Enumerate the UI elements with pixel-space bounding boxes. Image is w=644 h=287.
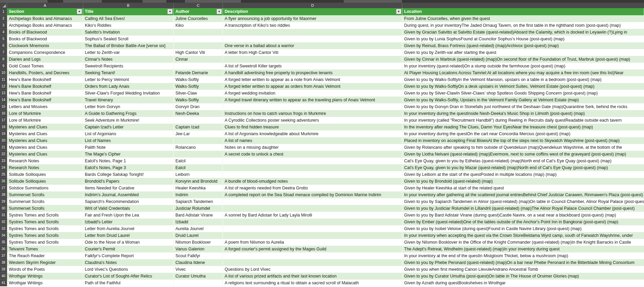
cell-description[interactable]: A list of Sweetroll Killer targets [223,63,402,69]
cell-section[interactable]: Letters and Missives [7,103,83,110]
cell-author[interactable]: Walks-Softly [174,76,223,83]
row-number[interactable]: 30 [0,205,7,212]
row-number[interactable]: 16 [0,110,7,117]
row-number[interactable]: 28 [0,191,7,198]
cell-location[interactable]: Given by Nilsmon Booklover in the Office… [402,239,644,246]
cell-author[interactable]: Healer Keeshka [174,185,223,191]
cell-author[interactable]: Jee-Lar [174,130,223,137]
cell-location[interactable]: At Player Housing Locations Across Tamri… [402,69,644,76]
row-number[interactable]: 32 [0,219,7,225]
cell-description[interactable] [223,259,402,266]
cell-author[interactable]: Kiko [174,22,223,29]
cell-title[interactable]: Sweetroll Recipients [83,63,174,69]
cell-section[interactable]: Telvanni Tomes [7,246,83,252]
cell-description[interactable]: A list of Argonians knowledgeable about … [223,130,402,137]
cell-description[interactable]: A list of names [223,137,402,144]
cell-location[interactable]: Given by Llotha Nelvani (quest-related) … [402,151,644,158]
cell-description[interactable]: A forged letter written to appear as a n… [223,76,402,83]
cell-author[interactable]: Ealcil [174,158,223,164]
row-number[interactable]: 4 [0,29,7,36]
column-header-title[interactable]: Title [83,8,174,15]
row-number[interactable]: 2 [0,15,7,22]
cell-description[interactable] [223,158,402,164]
cell-description[interactable]: A letter from High Cantor Viti [223,49,402,56]
column-header-author[interactable]: Author [174,8,223,15]
cell-title[interactable]: Palith Note [83,144,174,151]
row-number[interactable]: 6 [0,42,7,49]
cell-title[interactable]: Path of the Faithful [83,280,174,286]
row-number[interactable]: 12 [0,83,7,90]
cell-author[interactable]: Indirim [174,191,223,198]
column-header-location[interactable]: Location [402,8,644,15]
cell-description[interactable]: A poem from Nilsmon to Aurelia [223,239,402,246]
cell-description[interactable]: A sonnet by Bard Adistair for Lady Layla… [223,212,402,219]
cell-title[interactable]: Ode to the Nose of a Woman [83,239,174,246]
column-header-section[interactable]: Section [7,8,83,15]
cell-author[interactable] [174,42,223,49]
row-number[interactable]: 27 [0,185,7,191]
cell-title[interactable]: Fair and Fresh Upon the Lea [83,212,174,219]
row-number[interactable]: 34 [0,232,7,239]
cell-location[interactable]: In your inventory during the questOn the… [402,130,644,137]
filter-button-description[interactable] [396,9,401,14]
row-number[interactable]: 3 [0,22,7,29]
row-number[interactable]: 24 [0,164,7,171]
cell-section[interactable]: Mysteries and Clues [7,137,83,144]
cell-title[interactable]: List of Argonians [83,130,174,137]
cell-title[interactable]: Seek Adventure in Murkmire! [83,117,174,124]
row-number[interactable]: 31 [0,212,7,219]
cell-description[interactable]: Instructions on how to catch various fro… [223,110,402,117]
cell-description[interactable] [223,225,402,232]
cell-title[interactable]: Letter from Druid Laurel [83,232,174,239]
row-number[interactable]: 23 [0,158,7,164]
cell-author[interactable]: Cinnar [174,56,223,63]
cell-description[interactable] [223,205,402,212]
cell-location[interactable]: In your inventory after gathering all th… [402,191,644,198]
cell-section[interactable]: Lore of Murkmire [7,110,83,117]
cell-location[interactable]: Given to you by Walks-Softly, Upstairs i… [402,97,644,103]
cell-title[interactable]: Ealcil's Notes, Page 1 [83,158,174,164]
cell-author[interactable]: Nesh-Deeka [174,110,223,117]
row-number[interactable]: 13 [0,90,7,97]
cell-title[interactable]: Izbadd's Letter [83,219,174,225]
cell-location[interactable]: Given by Leiborn at the start of the que… [402,171,644,178]
cell-author[interactable]: Korvynn and Brondold [174,178,223,185]
cell-title[interactable]: Items Needed for Curative [83,185,174,191]
cell-description[interactable] [223,252,402,259]
cell-location[interactable]: The Adept's Retreat, Windhelm (quest-rel… [402,246,644,252]
cell-section[interactable]: Systres Tomes and Scrolls [7,219,83,225]
cell-title[interactable]: Indirim's Journal, Assembled [83,191,174,198]
cell-section[interactable]: Systres Tomes and Scrolls [7,225,83,232]
cell-description[interactable] [223,232,402,239]
row-number[interactable]: 38 [0,259,7,266]
cell-section[interactable]: Research Notes [7,158,83,164]
cell-section[interactable]: Gold Coast Tomes [7,63,83,69]
cell-author[interactable]: Walks-Softly [174,97,223,103]
cell-author[interactable]: Claudina Ildene [174,259,223,266]
cell-author[interactable]: Druid Laurel [174,232,223,239]
cell-location[interactable]: Given to you by Silver-ClawIn Silver-Cla… [402,90,644,97]
row-number[interactable]: 9 [0,63,7,69]
row-number[interactable]: 17 [0,117,7,124]
column-letter-b[interactable]: B [83,3,174,8]
cell-title[interactable]: Letter from Gorvyn [83,103,174,110]
cell-description[interactable] [223,56,402,63]
cell-title[interactable]: Orders from Lady Anais [83,83,174,90]
cell-location[interactable]: Given to you by Sapiarch Tandemen in Ali… [402,198,644,205]
cell-author[interactable]: Leiborn [174,171,223,178]
filter-button-author[interactable] [216,9,222,14]
cell-title[interactable]: Ealcil's Notes, Page 3 [83,164,174,171]
cell-section[interactable]: Wrothgar Writings [7,280,83,286]
cell-section[interactable]: Hew's Bane Bookshelf [7,83,83,90]
cell-author[interactable]: Felande Demarie [174,69,223,76]
cell-description[interactable] [223,36,402,42]
cell-section[interactable]: Western Skyrim Register [7,259,83,266]
column-letter-d[interactable]: D [223,3,402,8]
cell-location[interactable]: Cat's Eye Quay, given to you by Edhelas … [402,158,644,164]
cell-title[interactable]: A Guide to Gathering Frogs [83,110,174,117]
cell-title[interactable]: Letter from Aurelia Jourvel [83,225,174,232]
cell-section[interactable]: Solitude Soliloquies [7,178,83,185]
cell-title[interactable]: Travel Itinerary [83,97,174,103]
cell-section[interactable]: Systres Tomes and Scrolls [7,212,83,219]
row-number[interactable]: 21 [0,144,7,151]
